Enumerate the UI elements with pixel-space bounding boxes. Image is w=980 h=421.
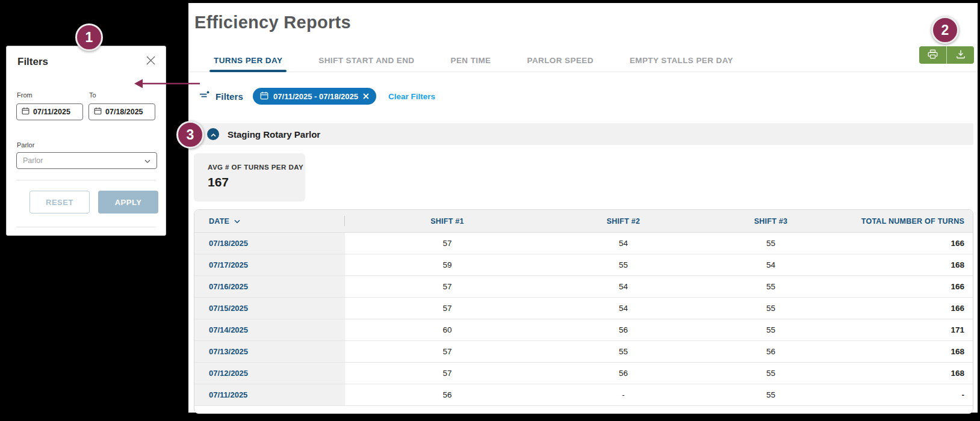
tab-parlor-speed[interactable]: PARLOR SPEED <box>527 56 594 72</box>
parlor-section-header[interactable]: Staging Rotary Parlor <box>194 123 973 145</box>
close-icon[interactable] <box>145 55 156 66</box>
table-row: 07/12/2025575655168 <box>194 363 973 384</box>
reset-button[interactable]: RESET <box>29 191 90 214</box>
date-header-label: DATE <box>209 217 229 226</box>
total-cell: 166 <box>845 233 973 254</box>
callout-arrow-icon <box>134 77 201 93</box>
report-tabs: TURNS PER DAYSHIFT START AND ENDPEN TIME… <box>188 50 978 72</box>
date-range-chip[interactable]: 07/11/2025 - 07/18/2025 <box>253 88 376 105</box>
column-header-shift1: SHIFT #1 <box>345 217 550 226</box>
s1-cell: 57 <box>345 276 550 297</box>
table-row: 07/13/2025575556168 <box>194 341 973 363</box>
from-date-input[interactable] <box>16 103 83 120</box>
s1-cell: 60 <box>345 319 550 340</box>
s1-cell: 57 <box>345 341 550 362</box>
s3-cell: 55 <box>697 384 845 405</box>
total-cell: 168 <box>845 254 973 275</box>
s2-cell: - <box>550 384 697 405</box>
chip-remove-icon[interactable] <box>363 93 369 99</box>
table-row: 07/14/2025605655171 <box>194 319 973 341</box>
to-label: To <box>89 91 96 99</box>
avg-turns-label: AVG # OF TURNS PER DAY <box>208 164 305 171</box>
parlor-label: Parlor <box>17 141 34 149</box>
parlor-select[interactable]: Parlor <box>16 152 157 169</box>
print-button[interactable] <box>919 46 946 64</box>
page-title: Efficiency Reports <box>194 13 351 32</box>
date-cell[interactable]: 07/14/2025 <box>194 319 345 340</box>
table-row: 07/11/202556-55- <box>194 384 973 406</box>
table-row: 07/15/2025575455166 <box>194 298 973 319</box>
s1-cell: 57 <box>345 363 550 384</box>
calendar-icon <box>260 91 268 102</box>
calendar-icon <box>94 106 102 117</box>
table-row: 07/18/2025575455166 <box>194 233 973 254</box>
from-label: From <box>17 91 33 99</box>
to-date-value[interactable] <box>105 108 150 116</box>
column-header-date[interactable]: DATE <box>194 210 345 232</box>
total-cell: 166 <box>845 298 973 319</box>
callout-badge-2: 2 <box>931 16 959 44</box>
s3-cell: 54 <box>697 254 845 275</box>
table-header-row: DATE SHIFT #1 SHIFT #2 SHIFT #3 TOTAL NU… <box>194 210 973 233</box>
s2-cell: 55 <box>550 341 697 362</box>
tab-turns-per-day[interactable]: TURNS PER DAY <box>214 56 282 72</box>
tab-pen-time[interactable]: PEN TIME <box>451 56 491 72</box>
date-cell[interactable]: 07/13/2025 <box>194 341 345 362</box>
date-cell[interactable]: 07/12/2025 <box>194 363 345 384</box>
s3-cell: 55 <box>697 319 845 340</box>
date-range-chip-text: 07/11/2025 - 07/18/2025 <box>273 92 358 101</box>
export-actions <box>919 46 974 64</box>
total-cell: 166 <box>845 276 973 297</box>
s1-cell: 57 <box>345 233 550 254</box>
avg-turns-card: AVG # OF TURNS PER DAY 167 <box>194 153 305 201</box>
collapse-toggle[interactable] <box>207 128 219 140</box>
parlor-section-title: Staging Rotary Parlor <box>228 129 320 140</box>
s2-cell: 55 <box>550 254 697 275</box>
table-row: 07/17/2025595554168 <box>194 254 973 276</box>
date-cell[interactable]: 07/16/2025 <box>194 276 345 297</box>
s1-cell: 56 <box>345 384 550 405</box>
callout-badge-1: 1 <box>75 23 103 51</box>
table-row: 07/16/2025575455166 <box>194 276 973 298</box>
s2-cell: 56 <box>550 319 697 340</box>
download-button[interactable] <box>946 46 974 64</box>
turns-table: DATE SHIFT #1 SHIFT #2 SHIFT #3 TOTAL NU… <box>194 209 973 414</box>
chevron-down-icon <box>234 217 240 226</box>
divider <box>16 227 156 227</box>
tab-shift-start-and-end[interactable]: SHIFT START AND END <box>318 56 414 72</box>
s2-cell: 56 <box>550 363 697 384</box>
date-cell[interactable]: 07/17/2025 <box>194 254 345 275</box>
column-header-shift2: SHIFT #2 <box>550 217 697 226</box>
column-header-shift3: SHIFT #3 <box>697 217 845 226</box>
s3-cell: 55 <box>697 233 845 254</box>
s2-cell: 54 <box>550 276 697 297</box>
filters-modal: Filters From To Parlor Parlor <box>6 46 166 236</box>
avg-turns-value: 167 <box>208 175 305 189</box>
date-cell[interactable]: 07/15/2025 <box>194 298 345 319</box>
chevron-up-icon <box>211 129 216 140</box>
printer-icon <box>928 49 938 61</box>
total-cell: - <box>845 384 973 405</box>
s1-cell: 59 <box>345 254 550 275</box>
from-date-value[interactable] <box>33 108 78 116</box>
filter-bar-label: Filters <box>216 91 243 102</box>
screenshot-canvas: Efficiency Reports TURNS PER DAYSHIFT ST… <box>0 0 980 421</box>
s3-cell: 56 <box>697 341 845 362</box>
callout-badge-3: 3 <box>176 121 204 149</box>
column-header-total: TOTAL NUMBER OF TURNS <box>845 217 973 226</box>
date-cell[interactable]: 07/18/2025 <box>194 233 345 254</box>
parlor-select-placeholder: Parlor <box>23 156 43 165</box>
s2-cell: 54 <box>550 298 697 319</box>
s3-cell: 55 <box>697 298 845 319</box>
to-date-input[interactable] <box>88 103 155 120</box>
clear-filters-link[interactable]: Clear Filters <box>388 92 435 101</box>
total-cell: 168 <box>845 363 973 384</box>
divider <box>16 180 156 180</box>
filter-bar: Filters 07/11/2025 - 07/18/2025 Clear Fi… <box>199 87 435 105</box>
date-cell[interactable]: 07/11/2025 <box>194 384 345 405</box>
tab-empty-stalls-per-day[interactable]: EMPTY STALLS PER DAY <box>630 56 733 72</box>
s3-cell: 55 <box>697 363 845 384</box>
s1-cell: 57 <box>345 298 550 319</box>
filters-modal-title: Filters <box>17 56 48 68</box>
apply-button[interactable]: APPLY <box>98 191 158 214</box>
